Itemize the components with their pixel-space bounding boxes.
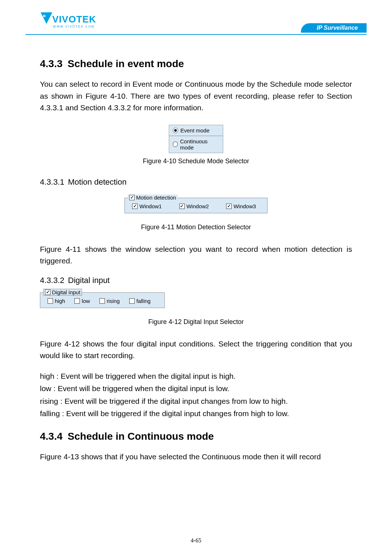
checkbox-icon [179,204,185,209]
checkbox-rising[interactable]: rising [99,298,120,304]
checkbox-window3[interactable]: Window3 [226,203,256,209]
figure-410-caption: Figure 4-10 Schedule Mode Selector [40,157,352,165]
radio-icon [173,128,178,133]
checkbox-label: high [55,298,65,304]
section-433-intro: You can select to record in Event mode o… [40,78,352,114]
figure-412-caption: Figure 4-12 Digital Input Selector [40,318,352,326]
header-divider [25,34,367,35]
di-high-line: high : Event will be triggered when the … [40,370,352,382]
section-title: Digital input [68,276,110,285]
checkbox-label: Window2 [187,203,209,209]
checkbox-icon [226,204,232,209]
radio-label: Event mode [180,127,209,134]
legend-label: Motion detection [136,194,176,201]
checkbox-label: falling [136,298,151,304]
radio-event-mode[interactable]: Event mode [169,125,223,136]
section-title: Schedule in Continuous mode [68,431,214,442]
checkbox-icon [74,298,80,304]
page-content: 4.3.3Schedule in event mode You can sele… [25,58,367,463]
radio-continuous-mode[interactable]: Continuous mode [169,136,223,153]
motion-detection-group: Motion detection Window1 Window2 Window3 [124,198,268,213]
svg-text:VIVOTEK: VIVOTEK [52,14,96,25]
checkbox-icon [48,298,53,304]
section-number: 4.3.4 [40,431,62,442]
figure-411: Motion detection Window1 Window2 Window3 [40,198,352,213]
figure-410: Event mode Continuous mode [40,125,352,153]
section-title: Schedule in event mode [68,58,184,69]
checkbox-label: Window1 [139,203,162,209]
checkbox-icon [45,290,50,295]
di-rising-line: rising : Event will be triggered if the … [40,395,352,407]
section-number: 4.3.3.1 [40,177,64,187]
checkbox-icon [129,298,135,304]
radio-label: Continuous mode [180,138,219,151]
header-tagline: IP Surveillance [301,23,367,33]
checkbox-label: rising [107,298,120,304]
checkbox-window2[interactable]: Window2 [179,203,209,209]
section-heading-434: 4.3.4Schedule in Continuous mode [40,431,352,442]
groupbox-legend[interactable]: Motion detection [128,194,177,201]
di-low-line: low : Event will be triggered when the d… [40,383,352,395]
legend-label: Digital input [52,289,80,295]
page-root: VIVOTEK WWW.VIVOTEK.COM IP Surveillance … [0,0,392,554]
figure-412-desc: Figure 4-12 shows the four digital input… [40,338,352,362]
section-title: Motion detection [68,177,126,186]
figure-411-caption: Figure 4-11 Motion Detection Selector [40,223,352,231]
checkbox-high[interactable]: high [48,298,65,304]
figure-411-desc: Figure 4-11 shows the window selection y… [40,243,352,267]
checkbox-icon [129,195,135,200]
section-heading-4332: 4.3.3.2Digital input [40,276,352,285]
mode-selector-box: Event mode Continuous mode [169,125,223,153]
radio-icon [173,141,178,147]
figure-412: Digital input high low rising [40,292,352,308]
section-heading-4331: 4.3.3.1Motion detection [40,177,352,187]
page-header: VIVOTEK WWW.VIVOTEK.COM IP Surveillance [25,11,367,36]
section-number: 4.3.3 [40,58,62,70]
checkbox-falling[interactable]: falling [129,298,151,304]
section-434-intro: Figure 4-13 shows that if you have selec… [40,451,352,463]
di-falling-line: falling : Event will be triggered if the… [40,408,352,420]
page-number: 4-65 [0,537,392,544]
checkbox-low[interactable]: low [74,298,90,304]
checkbox-icon [132,204,138,209]
digital-input-group: Digital input high low rising [40,292,165,308]
checkbox-label: low [82,298,90,304]
section-heading-433: 4.3.3Schedule in event mode [40,58,352,70]
checkbox-label: Window3 [233,203,256,209]
svg-text:WWW.VIVOTEK.COM: WWW.VIVOTEK.COM [53,25,95,28]
checkbox-icon [99,298,105,304]
svg-point-1 [44,16,45,17]
groupbox-legend[interactable]: Digital input [43,289,82,296]
vivotek-logo: VIVOTEK WWW.VIVOTEK.COM [40,11,113,31]
section-number: 4.3.3.2 [40,276,64,285]
checkbox-window1[interactable]: Window1 [132,203,162,209]
